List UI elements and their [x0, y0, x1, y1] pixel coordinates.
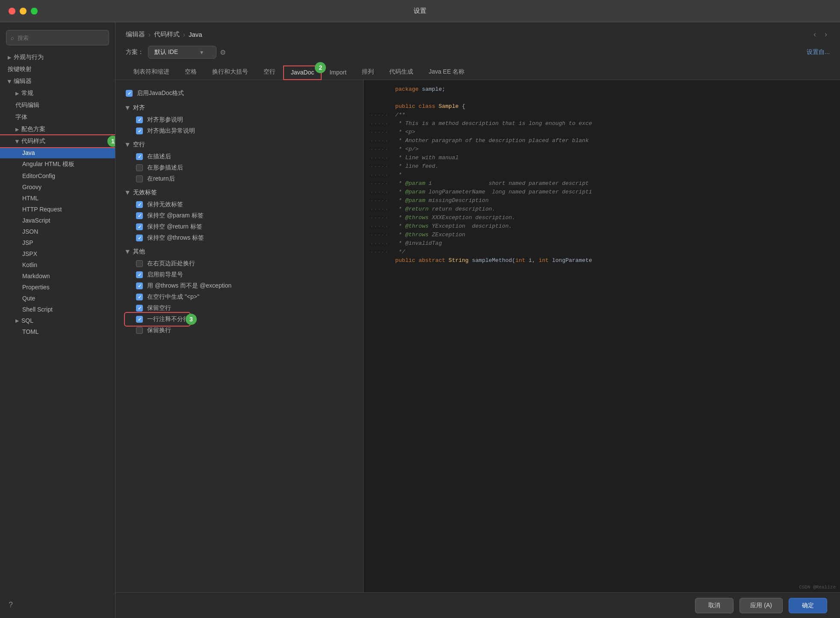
sidebar-item-qute[interactable]: Qute: [0, 293, 115, 304]
sidebar-item-java[interactable]: Java: [0, 147, 115, 158]
code-line-20: public abstract String sampleMethod(int …: [364, 257, 840, 266]
set-from-link[interactable]: 设置自...: [807, 48, 830, 56]
enable-leading-asterisk-row[interactable]: 启用前导星号: [126, 269, 353, 280]
keep-empty-throws-row[interactable]: 保持空 @throws 标签: [126, 232, 353, 244]
align-throws-desc-checkbox[interactable]: [136, 128, 143, 134]
tab-import[interactable]: Import: [322, 65, 354, 80]
sidebar-item-json[interactable]: JSON: [0, 226, 115, 237]
sidebar-search-container[interactable]: ⌕: [6, 30, 109, 45]
preserve-line-feeds-checkbox[interactable]: [136, 327, 143, 334]
back-button[interactable]: ‹: [811, 29, 819, 40]
use-throws-not-exception-checkbox[interactable]: [136, 282, 143, 289]
sidebar-item-appearance[interactable]: ▶ 外观与行为: [0, 51, 115, 63]
sidebar-item-angular-html[interactable]: Angular HTML 模板: [0, 158, 115, 170]
sidebar-item-code-editing[interactable]: 代码编辑: [0, 99, 115, 111]
watermark: CSDN @Realize: [799, 585, 836, 590]
wrap-at-right-margin-checkbox[interactable]: [136, 260, 143, 267]
chevron-invalid-tags-icon: ▶: [125, 191, 131, 195]
sidebar-item-groovy[interactable]: Groovy: [0, 181, 115, 193]
scheme-dropdown[interactable]: 默认 IDE ▾: [148, 46, 216, 59]
keep-invalid-tags-row[interactable]: 保持无效标签: [126, 199, 353, 210]
sidebar-item-kotlin[interactable]: Kotlin: [0, 259, 115, 270]
tab-blank-lines[interactable]: 空行: [256, 65, 283, 80]
enable-leading-asterisk-checkbox[interactable]: [136, 271, 143, 278]
sidebar-item-label: Qute: [22, 295, 35, 302]
code-line-blank: [364, 95, 840, 103]
tab-spaces[interactable]: 空格: [177, 65, 204, 80]
sidebar-item-editor[interactable]: ▶ 编辑器: [0, 75, 115, 87]
gear-icon[interactable]: ⚙: [220, 48, 226, 56]
maximize-button[interactable]: [31, 8, 38, 15]
blank-after-desc-row[interactable]: 在描述后: [126, 151, 353, 162]
tab-codegen[interactable]: 代码生成: [382, 65, 421, 80]
sidebar-item-shell-script[interactable]: Shell Script: [0, 304, 115, 315]
search-input[interactable]: [18, 35, 104, 41]
apply-button[interactable]: 应用 (A): [739, 598, 783, 613]
code-line-10: ····· *: [364, 172, 840, 180]
align-param-desc-checkbox[interactable]: [136, 116, 143, 123]
sidebar-item-toml[interactable]: TOML: [0, 326, 115, 337]
enable-javadoc-checkbox[interactable]: [126, 90, 133, 97]
sidebar-item-jspx[interactable]: JSPX: [0, 248, 115, 259]
tab-arrange[interactable]: 排列: [354, 65, 382, 80]
sidebar-item-html[interactable]: HTML: [0, 193, 115, 204]
chevron-down-icon: ▶: [15, 140, 20, 143]
forward-button[interactable]: ›: [822, 29, 830, 40]
keep-empty-return-checkbox[interactable]: [136, 223, 143, 230]
keep-empty-throws-checkbox[interactable]: [136, 235, 143, 241]
blank-after-desc-checkbox[interactable]: [136, 153, 143, 160]
use-throws-not-exception-row[interactable]: 用 @throws 而不是 @exception: [126, 280, 353, 291]
code-line-12: ····· * @param longParameterName long na…: [364, 189, 840, 197]
sidebar-item-label: Markdown: [22, 273, 50, 279]
sidebar-item-editorconfig[interactable]: EditorConfig: [0, 170, 115, 181]
cancel-button[interactable]: 取消: [695, 598, 734, 613]
minimize-button[interactable]: [20, 8, 27, 15]
sidebar-item-label: HTML: [22, 195, 38, 202]
search-icon: ⌕: [11, 35, 14, 41]
sidebar-item-color-scheme[interactable]: ▶ 配色方案: [0, 123, 115, 135]
sidebar-item-label: Shell Script: [22, 306, 53, 313]
sidebar-item-general[interactable]: ▶ 常规: [0, 87, 115, 99]
sidebar-item-label: TOML: [22, 328, 39, 335]
generate-p-on-empty-lines-checkbox[interactable]: [136, 294, 143, 300]
preserve-line-feeds-row[interactable]: 保留换行: [126, 325, 353, 336]
sidebar-item-code-style[interactable]: ▶ 代码样式: [0, 135, 115, 147]
do-not-wrap-one-line-row[interactable]: 一行注释不分行: [126, 314, 189, 325]
help-icon[interactable]: ?: [9, 600, 13, 609]
sidebar-item-sql[interactable]: ▶ SQL: [0, 315, 115, 326]
blank-after-param-desc-row[interactable]: 在形参描述后: [126, 162, 353, 173]
align-throws-desc-row[interactable]: 对齐抛出异常说明: [126, 125, 353, 137]
sidebar-item-javascript[interactable]: JavaScript: [0, 215, 115, 226]
blank-after-param-desc-checkbox[interactable]: [136, 164, 143, 171]
keep-empty-lines-row[interactable]: 保留空行: [126, 303, 353, 314]
do-not-wrap-one-line-checkbox[interactable]: [136, 316, 143, 323]
blank-after-return-row[interactable]: 在return后: [126, 173, 353, 184]
keep-empty-param-checkbox[interactable]: [136, 212, 143, 219]
enable-javadoc-row: 启用JavaDoc格式: [126, 88, 353, 99]
tab-indent[interactable]: 制表符和缩进: [126, 65, 177, 80]
keep-empty-param-row[interactable]: 保持空 @param 标签: [126, 210, 353, 221]
tab-wrap[interactable]: 换行和大括号: [204, 65, 256, 80]
sidebar-item-label: HTTP Request: [22, 206, 62, 213]
content-area: 编辑器 › 代码样式 › Java ‹ › 方案： 默认 IDE ▾ ⚙ 设置自…: [115, 22, 840, 618]
sidebar-item-markdown[interactable]: Markdown: [0, 270, 115, 282]
sidebar-item-jsp[interactable]: JSP: [0, 237, 115, 248]
keep-empty-return-row[interactable]: 保持空 @return 标签: [126, 221, 353, 232]
align-param-desc-label: 对齐形参说明: [147, 116, 183, 124]
dropdown-arrow-icon: ▾: [200, 49, 203, 56]
code-line-18: ····· * @invalidTag: [364, 240, 840, 249]
tab-javaee[interactable]: Java EE 名称: [421, 65, 472, 80]
wrap-at-right-margin-row[interactable]: 在右页边距处换行: [126, 258, 353, 269]
align-param-desc-row[interactable]: 对齐形参说明: [126, 114, 353, 125]
sidebar-item-http-request[interactable]: HTTP Request: [0, 204, 115, 215]
settings-code-split: 启用JavaDoc格式 ▶ 对齐 对齐形参说明 对齐抛出异常说明 ▶: [115, 80, 840, 592]
sidebar-item-properties[interactable]: Properties: [0, 282, 115, 293]
generate-p-on-empty-lines-row[interactable]: 在空行中生成 "<p>": [126, 291, 353, 303]
keep-empty-lines-checkbox[interactable]: [136, 305, 143, 312]
keep-invalid-tags-checkbox[interactable]: [136, 201, 143, 208]
close-button[interactable]: [9, 8, 15, 15]
ok-button[interactable]: 确定: [789, 598, 827, 613]
sidebar-item-keymap[interactable]: 按键映射: [0, 63, 115, 75]
blank-after-return-checkbox[interactable]: [136, 175, 143, 182]
sidebar-item-font[interactable]: 字体: [0, 111, 115, 123]
